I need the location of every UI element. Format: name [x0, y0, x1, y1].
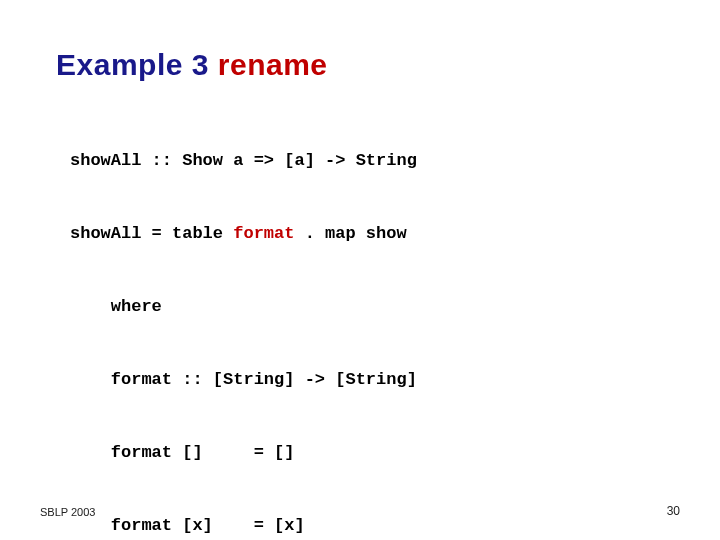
code-line: format [x] = [x] [70, 517, 664, 534]
code-line: showAll :: Show a => [a] -> String [70, 152, 664, 169]
code-line: where [70, 298, 664, 315]
code-line: format :: [String] -> [String] [70, 371, 664, 388]
rename-highlight: format [233, 224, 294, 243]
title-rename: rename [218, 48, 328, 81]
code-line: showAll = table format . map show [70, 225, 664, 242]
code-text: . map show [294, 224, 406, 243]
page-title: Example 3 rename [56, 48, 664, 82]
title-prefix: Example 3 [56, 48, 218, 81]
code-text: showAll = table [70, 224, 233, 243]
code-block-1: showAll :: Show a => [a] -> String showA… [70, 118, 664, 540]
code-line: format [] = [] [70, 444, 664, 461]
slide: Example 3 rename showAll :: Show a => [a… [0, 0, 720, 540]
footer-page-number: 30 [667, 504, 680, 518]
footer-conference: SBLP 2003 [40, 506, 95, 518]
